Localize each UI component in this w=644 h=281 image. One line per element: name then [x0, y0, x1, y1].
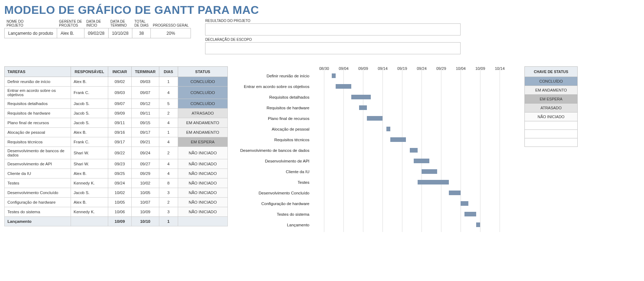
task-cell[interactable]: Cliente da IU — [5, 169, 71, 178]
resultado-input[interactable] — [205, 23, 461, 35]
task-cell[interactable]: 09/02 — [108, 77, 132, 87]
task-cell[interactable]: 10/07 — [131, 198, 159, 207]
task-cell[interactable]: Shari W. — [71, 147, 108, 159]
task-cell[interactable]: 4 — [159, 169, 178, 178]
info-cell[interactable]: Alex B. — [57, 28, 84, 38]
task-cell[interactable]: Alex B. — [71, 77, 108, 87]
task-cell[interactable]: 3 — [159, 207, 178, 217]
task-cell[interactable]: Desenvolvimento de API — [5, 159, 71, 169]
table-row[interactable]: Desenvolvimento ConcluídoJacob S.10/0210… — [5, 188, 228, 198]
task-cell[interactable]: Desenvolvimento de bancos de dados — [5, 147, 71, 159]
task-cell[interactable]: Requisitos de hardware — [5, 109, 71, 118]
escopo-input[interactable] — [205, 42, 461, 54]
task-cell[interactable]: Testes do sistema — [5, 207, 71, 217]
task-cell[interactable]: Requisitos detalhados — [5, 99, 71, 109]
task-cell[interactable]: Jacob S. — [71, 118, 108, 128]
task-cell[interactable]: Definir reunião de início — [5, 77, 71, 87]
info-cell[interactable]: 09/02/28 — [84, 28, 108, 38]
table-row[interactable]: Requisitos detalhadosJacob S.09/0709/125… — [5, 99, 228, 109]
gantt-bar[interactable] — [464, 212, 476, 216]
task-cell[interactable]: Alex B. — [71, 198, 108, 207]
table-row[interactable]: Desenvolvimento de bancos de dadosShari … — [5, 147, 228, 159]
table-row[interactable]: Requisitos de hardwareJacob S.09/0909/11… — [5, 109, 228, 118]
table-row[interactable]: Cliente da IUAlex B.09/2509/294NÃO INICI… — [5, 169, 228, 178]
info-cell[interactable]: 20% — [151, 28, 191, 38]
task-cell[interactable]: NÃO INICIADO — [178, 188, 228, 198]
task-cell[interactable]: CONCLUÍDO — [178, 77, 228, 87]
gantt-bar[interactable] — [476, 222, 480, 227]
info-cell[interactable]: Lançamento do produto — [5, 28, 57, 38]
task-cell[interactable]: NÃO INICIADO — [178, 159, 228, 169]
task-cell[interactable]: 09/03 — [108, 87, 132, 99]
gantt-bar[interactable] — [351, 95, 371, 99]
task-cell[interactable]: 10/05 — [131, 188, 159, 198]
task-cell[interactable]: Configuração de hardware — [5, 198, 71, 207]
task-cell[interactable]: Alex B. — [71, 169, 108, 178]
task-cell[interactable]: Frank C. — [71, 137, 108, 147]
task-cell[interactable]: 1 — [159, 128, 178, 137]
task-cell[interactable]: NÃO INICIADO — [178, 169, 228, 178]
task-cell[interactable]: 4 — [159, 87, 178, 99]
table-row[interactable]: Desenvolvimento de APIShari W.09/2309/27… — [5, 159, 228, 169]
task-cell[interactable]: 09/17 — [131, 128, 159, 137]
task-cell[interactable]: 09/15 — [131, 118, 159, 128]
task-cell[interactable]: 09/07 — [131, 87, 159, 99]
task-cell[interactable]: Testes — [5, 178, 71, 188]
task-cell[interactable]: 09/17 — [108, 137, 132, 147]
table-row[interactable]: Alocação de pessoalAlex B.09/1609/171EM … — [5, 128, 228, 137]
task-cell[interactable]: 09/22 — [108, 147, 132, 159]
task-cell[interactable]: Requisitos técnicos — [5, 137, 71, 147]
table-row[interactable]: Entrar em acordo sobre os objetivosFrank… — [5, 87, 228, 99]
task-cell[interactable]: NÃO INICIADO — [178, 198, 228, 207]
task-cell[interactable]: Entrar em acordo sobre os objetivos — [5, 87, 71, 99]
task-cell[interactable]: 10/10 — [131, 217, 159, 226]
task-cell[interactable]: 4 — [159, 159, 178, 169]
task-cell[interactable]: Jacob S. — [71, 99, 108, 109]
gantt-bar[interactable] — [449, 191, 461, 195]
task-cell[interactable]: Lançamento — [5, 217, 71, 226]
task-cell[interactable]: Plano final de recursos — [5, 118, 71, 128]
task-cell[interactable]: 09/07 — [108, 99, 132, 109]
task-cell[interactable]: 09/24 — [131, 147, 159, 159]
task-cell[interactable]: 09/03 — [131, 77, 159, 87]
table-row[interactable]: Plano final de recursosJacob S.09/1109/1… — [5, 118, 228, 128]
task-cell[interactable]: 10/09 — [131, 207, 159, 217]
task-cell[interactable]: 10/06 — [108, 207, 132, 217]
gantt-bar[interactable] — [418, 180, 449, 184]
task-cell[interactable]: Kennedy K. — [71, 178, 108, 188]
task-cell[interactable]: CONCLUÍDO — [178, 87, 228, 99]
task-cell[interactable]: Jacob S. — [71, 188, 108, 198]
task-cell[interactable]: Jacob S. — [71, 109, 108, 118]
task-cell[interactable]: Shari W. — [71, 159, 108, 169]
task-cell[interactable]: 09/25 — [108, 169, 132, 178]
task-cell[interactable]: 09/16 — [108, 128, 132, 137]
task-cell[interactable]: 3 — [159, 188, 178, 198]
task-cell[interactable]: 09/11 — [131, 109, 159, 118]
table-row[interactable]: Requisitos técnicosFrank C.09/1709/214EM… — [5, 137, 228, 147]
gantt-bar[interactable] — [461, 201, 468, 206]
table-row[interactable]: Configuração de hardwareAlex B.10/0510/0… — [5, 198, 228, 207]
task-cell[interactable]: 09/29 — [131, 169, 159, 178]
gantt-bar[interactable] — [386, 127, 390, 131]
task-cell[interactable]: 10/05 — [108, 198, 132, 207]
table-row[interactable]: Testes do sistemaKennedy K.10/0610/093NÃ… — [5, 207, 228, 217]
task-cell[interactable]: Alocação de pessoal — [5, 128, 71, 137]
info-cell[interactable]: 38 — [132, 28, 151, 38]
task-cell[interactable]: EM ANDAMENTO — [178, 118, 228, 128]
task-cell[interactable]: 4 — [159, 137, 178, 147]
task-cell[interactable]: 1 — [159, 217, 178, 226]
task-cell[interactable]: 4 — [159, 118, 178, 128]
gantt-bar[interactable] — [359, 105, 367, 110]
task-cell[interactable]: NÃO INICIADO — [178, 178, 228, 188]
task-cell[interactable] — [178, 217, 228, 226]
task-cell[interactable]: EM ESPERA — [178, 137, 228, 147]
gantt-bar[interactable] — [422, 169, 437, 174]
task-cell[interactable]: 09/21 — [131, 137, 159, 147]
task-cell[interactable]: 2 — [159, 147, 178, 159]
task-cell[interactable]: 1 — [159, 77, 178, 87]
gantt-bar[interactable] — [336, 84, 351, 89]
task-cell[interactable]: CONCLUÍDO — [178, 99, 228, 109]
task-cell[interactable]: 10/09 — [108, 217, 132, 226]
task-cell[interactable]: 10/02 — [131, 178, 159, 188]
gantt-bar[interactable] — [332, 73, 336, 78]
